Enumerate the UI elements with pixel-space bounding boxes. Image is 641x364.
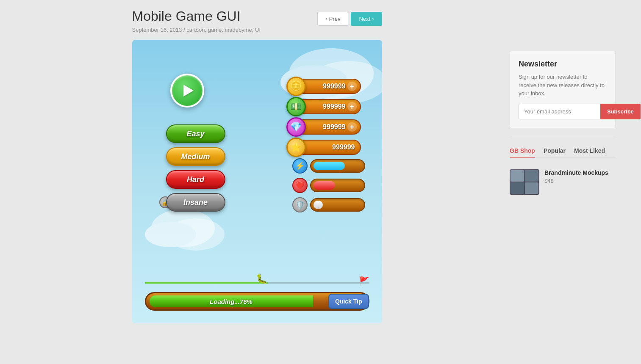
hard-button[interactable]: Hard — [166, 170, 225, 189]
defense-bar-fill — [314, 201, 323, 209]
coin-bar: 999999 + — [302, 79, 361, 94]
shop-item: Brandminute Mockups $48 — [510, 165, 616, 199]
shop-thumbnail — [510, 169, 539, 195]
thumb-block-2 — [525, 170, 538, 182]
coin-icon: 🪙 — [286, 77, 306, 96]
tab-most-liked[interactable]: Most Liked — [574, 144, 605, 158]
thumb-block-4 — [525, 182, 538, 194]
newsletter-form: Subscribe — [519, 104, 607, 119]
cloud-bottom-left — [145, 222, 196, 247]
gem-resource: 💎 999999 + — [286, 119, 361, 135]
energy-bar-container — [310, 159, 365, 173]
shop-item-price: $48 — [544, 178, 608, 184]
thumb-block-1 — [511, 170, 524, 182]
newsletter-description: Sign up for our newsletter to receive th… — [519, 73, 607, 98]
defense-icon: 🛡️ — [292, 197, 308, 212]
cash-bar: 999999 + — [302, 99, 361, 114]
loading-text: Loading...76% — [210, 298, 253, 305]
difficulty-buttons: Easy Medium Hard 🔒 Insane — [166, 124, 225, 212]
sidebar: Newsletter Sign up for our newsletter to… — [497, 8, 624, 323]
newsletter-title: Newsletter — [519, 60, 607, 69]
insane-button[interactable]: Insane — [166, 193, 225, 212]
defense-bar-container — [310, 198, 365, 212]
energy-icon: ⚡ — [292, 158, 308, 174]
coin-resource: 🪙 999999 + — [286, 78, 361, 95]
worm-character: 🐛 — [256, 273, 267, 284]
loading-bar-fill: Loading...76% — [150, 295, 313, 307]
tab-popular[interactable]: Popular — [544, 144, 566, 158]
progress-panel: ⚡ ❤️ 🛡️ — [292, 158, 365, 212]
gem-value: 999999 — [323, 123, 345, 131]
post-tags: cartoon, game, madebyme, UI — [186, 27, 261, 33]
shop-info: Brandminute Mockups $48 — [544, 169, 608, 184]
divider — [510, 137, 616, 137]
cash-plus[interactable]: + — [347, 102, 357, 111]
gem-plus[interactable]: + — [347, 122, 357, 132]
prev-arrow-icon: ‹ — [325, 16, 327, 22]
bottom-area: 🐛 🚩 Loading...76% Quick Tip — [145, 273, 369, 311]
cash-icon: 💵 — [286, 97, 306, 116]
star-value: 999999 — [332, 143, 355, 151]
coin-value: 999999 — [323, 83, 345, 90]
nav-buttons: ‹ Prev Next › — [317, 12, 382, 26]
prev-label: Prev — [329, 16, 341, 22]
star-resource: ⭐ 999999 — [286, 139, 361, 156]
loading-bar-container: Loading...76% Quick Tip — [145, 292, 369, 311]
insane-wrapper: 🔒 Insane — [166, 193, 225, 212]
post-meta: September 16, 2013 / cartoon, game, made… — [132, 27, 382, 33]
cash-resource: 💵 999999 + — [286, 98, 361, 115]
flag-icon: 🚩 — [359, 276, 369, 286]
worm-track: 🐛 🚩 — [145, 273, 369, 286]
gem-icon: 💎 — [286, 117, 306, 137]
quick-tip-button[interactable]: Quick Tip — [328, 294, 369, 309]
next-arrow-icon: › — [372, 16, 374, 22]
health-icon: ❤️ — [292, 178, 308, 193]
prev-button[interactable]: ‹ Prev — [317, 12, 348, 26]
cash-value: 999999 — [323, 103, 345, 110]
next-label: Next — [359, 16, 370, 22]
newsletter-box: Newsletter Sign up for our newsletter to… — [510, 51, 616, 128]
tabs-row: GB Shop Popular Most Liked — [510, 144, 616, 158]
tab-gb-shop[interactable]: GB Shop — [510, 144, 535, 158]
email-input[interactable] — [519, 104, 600, 119]
energy-progress-row: ⚡ — [292, 158, 365, 174]
easy-button[interactable]: Easy — [166, 124, 225, 143]
next-button[interactable]: Next › — [351, 12, 382, 26]
shop-item-name: Brandminute Mockups — [544, 169, 608, 176]
track-green — [145, 282, 269, 284]
health-bar-container — [310, 179, 365, 192]
star-icon: ⭐ — [286, 138, 306, 157]
post-date: September 16, 2013 — [132, 27, 182, 33]
subscribe-button[interactable]: Subscribe — [600, 104, 641, 119]
energy-bar-fill — [314, 162, 345, 170]
play-icon — [183, 85, 194, 97]
gem-bar: 999999 + — [302, 119, 361, 135]
health-progress-row: ❤️ — [292, 178, 365, 193]
thumb-block-3 — [511, 182, 524, 194]
play-button[interactable] — [170, 74, 204, 108]
health-bar-fill — [314, 181, 335, 190]
resource-panel: 🪙 999999 + 💵 999999 + 💎 — [286, 78, 361, 156]
defense-progress-row: 🛡️ — [292, 197, 365, 212]
meta-separator: / — [183, 27, 185, 33]
medium-button[interactable]: Medium — [166, 147, 225, 166]
coin-plus[interactable]: + — [347, 82, 357, 91]
star-bar: 999999 — [302, 140, 361, 155]
game-screenshot: Easy Medium Hard 🔒 Insane 🪙 999999 + — [132, 40, 382, 323]
